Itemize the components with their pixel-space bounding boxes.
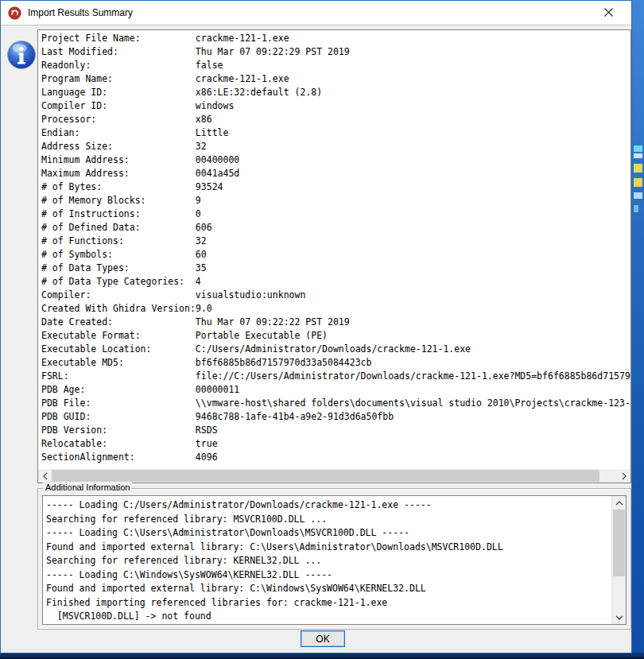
summary-row: Language ID:x86:LE:32:default (2.8) <box>41 86 630 99</box>
summary-row-label: Processor: <box>41 113 196 126</box>
summary-row-label: # of Data Type Categories: <box>41 275 196 289</box>
summary-row: Readonly:false <box>41 59 630 72</box>
summary-row: Compiler ID:windows <box>41 99 630 113</box>
close-button[interactable] <box>595 1 622 24</box>
summary-row-value: x86:LE:32:default (2.8) <box>196 87 322 98</box>
summary-row: Program Name:crackme-121-1.exe <box>41 72 630 86</box>
summary-row-label: PDB File: <box>41 397 196 410</box>
summary-row-value: visualstudio:unknown <box>196 289 305 300</box>
log-area: ----- Loading C:/Users/Administrator/Dow… <box>42 495 627 625</box>
summary-row-label: Last Modified: <box>41 45 196 59</box>
summary-row-value: C:/Users/Administrator/Downloads/crackme… <box>196 343 471 355</box>
summary-row-label: Language ID: <box>41 86 196 99</box>
summary-row-label: Maximum Address: <box>41 167 196 180</box>
summary-row-value: 93524 <box>196 181 223 192</box>
background-icon-fragment <box>634 192 642 199</box>
summary-row-value: 4096 <box>196 452 218 463</box>
summary-row: # of Bytes:93524 <box>41 180 630 194</box>
vertical-scroll-thumb[interactable] <box>613 510 625 576</box>
summary-row-value: Portable Executable (PE) <box>196 330 328 341</box>
log-line: Found and imported external library: C:\… <box>46 582 612 596</box>
title-bar[interactable]: Import Results Summary <box>1 1 631 25</box>
summary-row-label: FSRL: <box>41 370 196 383</box>
summary-row-value: RSDS <box>196 424 218 436</box>
chevron-right-icon <box>621 472 627 480</box>
summary-row: PDB Version:RSDS <box>41 424 630 437</box>
summary-row-label: Executable Format: <box>41 329 196 343</box>
summary-row-label: Program Name: <box>41 72 196 86</box>
summary-row-value: 0 <box>196 208 201 219</box>
summary-row-label: Compiler: <box>41 289 196 302</box>
log-lines: ----- Loading C:/Users/Administrator/Dow… <box>43 496 612 624</box>
log-line: [MSVCR100D.DLL] -> not found <box>46 610 612 624</box>
summary-row-value: 9 <box>196 195 201 206</box>
summary-row: # of Defined Data:606 <box>41 221 630 235</box>
summary-row-value: Thu Mar 07 09:22:29 PST 2019 <box>196 46 350 57</box>
summary-row-value: windows <box>196 100 234 111</box>
summary-row: Relocatable:true <box>41 437 630 451</box>
summary-row: Processor:x86 <box>41 113 630 126</box>
log-line: ----- Loading C:\Users\Administrator\Dow… <box>46 526 612 541</box>
summary-row-value: false <box>196 60 223 71</box>
summary-row-label: Address Size: <box>41 140 196 153</box>
background-icon-fragment <box>634 178 642 187</box>
summary-row-value: file://C:/Users/Administrator/Downloads/… <box>196 370 630 382</box>
summary-row-label: Date Created: <box>41 316 196 329</box>
summary-row-label: Endian: <box>41 126 196 140</box>
summary-row: # of Functions:32 <box>41 235 630 248</box>
summary-panel: Project File Name:crackme-121-1.exeLast … <box>37 29 631 483</box>
summary-row-value: 32 <box>196 235 207 246</box>
summary-row: PDB Age:00000011 <box>41 383 630 397</box>
summary-row-value: 32 <box>196 141 207 152</box>
summary-row: # of Data Type Categories:4 <box>41 275 630 289</box>
horizontal-scrollbar[interactable] <box>38 469 630 483</box>
scroll-left-button[interactable] <box>38 469 52 483</box>
summary-row-label: # of Functions: <box>41 235 196 248</box>
summary-row-label: PDB Version: <box>41 424 196 437</box>
summary-row: SectionAlignment:4096 <box>41 451 630 464</box>
summary-row-value: 0041a45d <box>196 168 239 179</box>
summary-row-label: # of Symbols: <box>41 248 196 262</box>
summary-rows: Project File Name:crackme-121-1.exeLast … <box>38 30 630 469</box>
summary-row-label: SectionAlignment: <box>41 451 196 464</box>
summary-row-label: # of Instructions: <box>41 207 196 221</box>
summary-row-value: true <box>196 438 218 449</box>
summary-row-label: Readonly: <box>41 59 196 72</box>
import-results-summary-dialog: Import Results Summary Project File Name… <box>0 0 632 653</box>
background-bottom-strip <box>0 653 644 659</box>
summary-row-value: 9.0 <box>196 303 212 314</box>
summary-row-label: Project File Name: <box>41 32 196 45</box>
summary-row: Executable MD5:bf6f6885b86d7157970d33a50… <box>41 356 630 370</box>
scroll-up-button[interactable] <box>612 496 626 510</box>
ghidra-dragon-icon <box>8 6 21 20</box>
log-line: Searching for referenced library: MSVCR1… <box>46 513 612 527</box>
summary-row: Project File Name:crackme-121-1.exe <box>41 32 630 45</box>
summary-row: Maximum Address:0041a45d <box>41 167 630 180</box>
chevron-left-icon <box>42 472 48 480</box>
log-line: Found and imported external library: C:\… <box>46 541 612 555</box>
summary-row: # of Instructions:0 <box>41 207 630 221</box>
ok-button[interactable]: OK <box>301 630 345 647</box>
background-window-strip <box>631 0 644 659</box>
summary-row-label: Executable MD5: <box>41 356 196 370</box>
summary-row-value: bf6f6885b86d7157970d33a5084423cb <box>196 357 372 368</box>
summary-row-label: # of Defined Data: <box>41 221 196 235</box>
summary-row-label: Minimum Address: <box>41 153 196 167</box>
scroll-down-button[interactable] <box>612 611 626 624</box>
log-line: Searching for referenced library: KERNEL… <box>46 554 612 568</box>
summary-row-label: # of Data Types: <box>41 262 196 275</box>
summary-row-label: Relocatable: <box>41 437 196 451</box>
summary-row-value: Thu Mar 07 09:22:22 PST 2019 <box>196 316 350 328</box>
vertical-scrollbar[interactable] <box>611 496 626 624</box>
background-icon-fragment <box>634 153 642 158</box>
horizontal-scroll-thumb[interactable] <box>52 470 599 482</box>
summary-row: Executable Format:Portable Executable (P… <box>41 329 630 343</box>
log-line: ----- Loading C:/Users/Administrator/Dow… <box>46 498 612 513</box>
summary-row: Compiler:visualstudio:unknown <box>41 289 630 302</box>
summary-row-value: 4 <box>196 276 201 287</box>
summary-row-label: PDB GUID: <box>41 410 196 424</box>
scroll-right-button[interactable] <box>617 469 630 483</box>
summary-row-value: 606 <box>196 222 212 233</box>
summary-row-label: # of Bytes: <box>41 180 196 194</box>
summary-row: # of Symbols:60 <box>41 248 630 262</box>
